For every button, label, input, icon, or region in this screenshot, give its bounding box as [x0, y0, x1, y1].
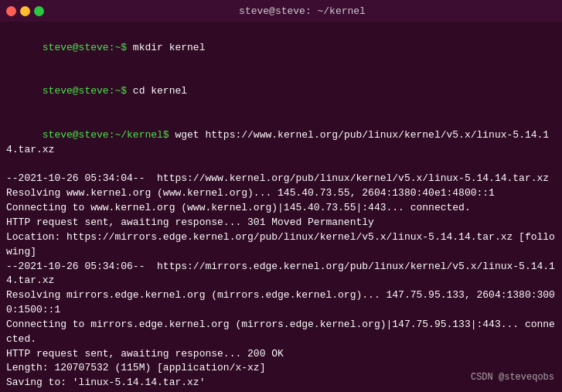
line-2: steve@steve:~$ cd kernel [6, 70, 556, 114]
terminal-window: steve@steve: ~/kernel steve@steve:~$ mkd… [0, 0, 562, 392]
close-button[interactable] [6, 6, 16, 16]
output-3: Connecting to www.kernel.org (www.kernel… [6, 201, 556, 216]
maximize-button[interactable] [34, 6, 44, 16]
output-4: HTTP request sent, awaiting response... … [6, 216, 556, 230]
title-bar: steve@steve: ~/kernel [0, 0, 562, 22]
output-2: Resolving www.kernel.org (www.kernel.org… [6, 186, 556, 201]
command-1: mkdir kernel [133, 42, 206, 53]
prompt-1: steve@steve:~$ [43, 42, 133, 53]
line-3: steve@steve:~/kernel$ wget https://www.k… [6, 114, 556, 172]
output-9: HTTP request sent, awaiting response... … [6, 347, 556, 362]
output-1: --2021-10-26 05:34:04-- https://www.kern… [6, 172, 556, 186]
window-title: steve@steve: ~/kernel [49, 5, 556, 17]
command-2: cd kernel [133, 85, 187, 97]
line-1: steve@steve:~$ mkdir kernel [6, 26, 556, 70]
window-controls [6, 6, 44, 16]
output-6: --2021-10-26 05:34:06-- https://mirrors.… [6, 260, 556, 289]
minimize-button[interactable] [20, 6, 30, 16]
terminal-body[interactable]: steve@steve:~$ mkdir kernel steve@steve:… [0, 22, 562, 392]
output-8: Connecting to mirrors.edge.kernel.org (m… [6, 318, 556, 347]
output-7: Resolving mirrors.edge.kernel.org (mirro… [6, 288, 556, 318]
watermark: CSDN @steveqobs [471, 372, 554, 383]
prompt-2: steve@steve:~$ [43, 85, 133, 97]
output-5: Location: https://mirrors.edge.kernel.or… [6, 230, 556, 260]
prompt-3: steve@steve:~/kernel$ [43, 129, 175, 141]
